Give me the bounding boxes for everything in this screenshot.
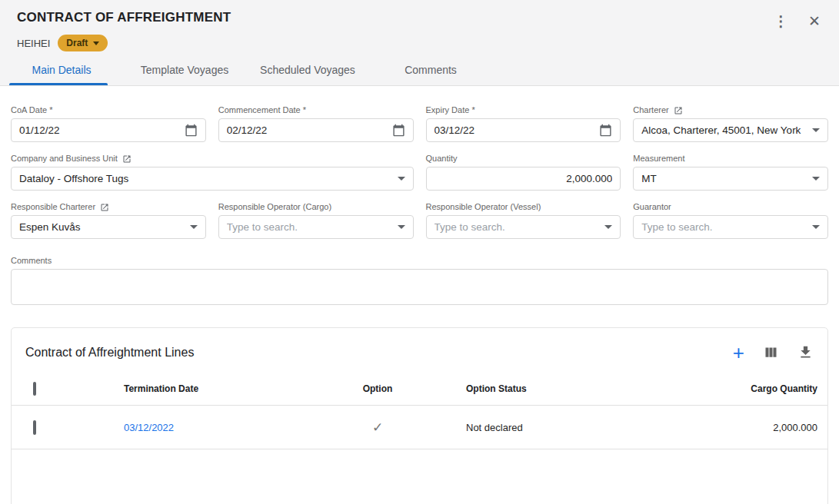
termination-date-link[interactable]: 03/12/2022: [124, 422, 174, 433]
commencement-date-input[interactable]: [227, 124, 386, 136]
commencement-date-field: Commencement Date *: [218, 105, 414, 142]
dropdown-caret-icon: [190, 225, 198, 229]
measurement-field: Measurement MT: [633, 154, 828, 191]
expiry-date-field: Expiry Date *: [426, 105, 621, 142]
col-termination-date: Termination Date: [124, 383, 324, 394]
comments-field: Comments: [11, 256, 828, 305]
table-header-row: Termination Date Option Option Status Ca…: [12, 372, 827, 406]
responsible-charterer-value: Espen Kuvås: [19, 221, 184, 233]
quantity-input[interactable]: [434, 173, 613, 184]
dropdown-caret-icon: [398, 225, 405, 229]
responsible-operator-vessel-field: Responsible Operator (Vessel): [426, 202, 621, 239]
quantity-input-wrap: [426, 167, 621, 191]
col-cargo-quantity: Cargo Quantity: [647, 383, 827, 394]
expiry-date-label: Expiry Date *: [426, 105, 621, 115]
add-line-button[interactable]: +: [733, 345, 744, 360]
responsible-operator-cargo-field: Responsible Operator (Cargo): [218, 202, 414, 239]
charterer-field: Charterer Alcoa, Charterer, 45001, New Y…: [633, 105, 828, 142]
kebab-menu-icon[interactable]: ⋮: [774, 14, 788, 28]
commencement-date-input-wrap: [218, 118, 414, 142]
coa-date-input[interactable]: [19, 124, 178, 136]
calendar-icon[interactable]: [599, 124, 612, 137]
guarantor-label: Guarantor: [633, 202, 828, 212]
columns-icon[interactable]: [763, 344, 779, 360]
external-link-icon[interactable]: [122, 154, 132, 164]
contract-name: HEIHEI: [17, 38, 50, 49]
tab-comments[interactable]: Comments: [369, 57, 492, 85]
calendar-icon[interactable]: [185, 124, 198, 137]
quantity-field: Quantity: [426, 154, 621, 191]
external-link-icon[interactable]: [674, 106, 683, 115]
select-all-checkbox[interactable]: [33, 382, 36, 396]
quantity-label: Quantity: [426, 154, 621, 164]
dropdown-caret-icon: [812, 128, 820, 132]
option-check-icon: ✓: [372, 420, 383, 435]
page-title: CONTRACT OF AFFREIGHTMENT: [17, 10, 231, 25]
responsible-operator-cargo-label: Responsible Operator (Cargo): [218, 202, 414, 212]
comments-label: Comments: [11, 256, 828, 266]
responsible-operator-vessel-select[interactable]: [426, 215, 621, 239]
option-status-value: Not declared: [431, 422, 647, 433]
cargo-quantity-value: 2,000.000: [647, 422, 827, 433]
charterer-value: Alcoa, Charterer, 45001, New York: [641, 124, 806, 136]
external-link-icon[interactable]: [100, 203, 109, 212]
responsible-charterer-label: Responsible Charterer: [11, 202, 95, 212]
company-business-unit-select[interactable]: Dataloy - Offshore Tugs: [11, 167, 414, 191]
responsible-operator-cargo-input[interactable]: [227, 221, 391, 233]
status-badge-label: Draft: [66, 38, 88, 48]
coa-date-field: CoA Date *: [11, 105, 206, 142]
comments-textarea[interactable]: [11, 269, 828, 305]
company-business-unit-label: Company and Business Unit: [11, 154, 118, 164]
tab-scheduled-voyages[interactable]: Scheduled Voyages: [246, 57, 369, 85]
coa-date-input-wrap: [11, 118, 206, 142]
calendar-icon[interactable]: [392, 124, 405, 137]
header: CONTRACT OF AFFREIGHTMENT ⋮ ✕ HEIHEI Dra…: [0, 0, 839, 86]
dropdown-caret-icon: [812, 225, 820, 229]
tab-bar: Main Details Template Voyages Scheduled …: [0, 57, 839, 85]
main-details-form: CoA Date * Commencement Date * Expiry Da…: [0, 86, 839, 305]
responsible-charterer-field: Responsible Charterer Espen Kuvås: [11, 202, 206, 239]
company-business-unit-field: Company and Business Unit Dataloy - Offs…: [11, 154, 414, 191]
commencement-date-label: Commencement Date *: [218, 105, 414, 115]
chevron-down-icon: [93, 41, 99, 45]
responsible-charterer-select[interactable]: Espen Kuvås: [11, 215, 206, 239]
guarantor-input[interactable]: [641, 221, 806, 233]
coa-lines-card: Contract of Affreightment Lines + Termin…: [11, 327, 828, 504]
guarantor-select[interactable]: [633, 215, 828, 239]
expiry-date-input-wrap: [426, 118, 621, 142]
expiry-date-input[interactable]: [434, 124, 594, 136]
row-checkbox[interactable]: [33, 420, 36, 435]
tab-template-voyages[interactable]: Template Voyages: [123, 57, 246, 85]
status-badge[interactable]: Draft: [58, 35, 108, 51]
guarantor-field: Guarantor: [633, 202, 828, 239]
close-icon[interactable]: ✕: [808, 14, 821, 28]
measurement-value: MT: [641, 173, 806, 184]
measurement-select[interactable]: MT: [633, 167, 828, 191]
charterer-label: Charterer: [633, 105, 668, 115]
responsible-operator-vessel-label: Responsible Operator (Vessel): [426, 202, 621, 212]
lines-card-title: Contract of Affreightment Lines: [25, 346, 194, 360]
charterer-select[interactable]: Alcoa, Charterer, 45001, New York: [633, 118, 828, 142]
company-business-unit-value: Dataloy - Offshore Tugs: [19, 173, 391, 184]
dropdown-caret-icon: [398, 177, 405, 181]
table-row: 03/12/2022 ✓ Not declared 2,000.000: [12, 406, 827, 449]
coa-date-label: CoA Date *: [11, 105, 206, 115]
dropdown-caret-icon: [604, 225, 612, 229]
dropdown-caret-icon: [812, 177, 820, 181]
col-option: Option: [324, 383, 431, 394]
col-option-status: Option Status: [431, 383, 647, 394]
responsible-operator-cargo-select[interactable]: [218, 215, 414, 239]
measurement-label: Measurement: [633, 154, 828, 164]
tab-main-details[interactable]: Main Details: [0, 57, 123, 85]
download-icon[interactable]: [797, 344, 814, 360]
responsible-operator-vessel-input[interactable]: [434, 221, 599, 233]
